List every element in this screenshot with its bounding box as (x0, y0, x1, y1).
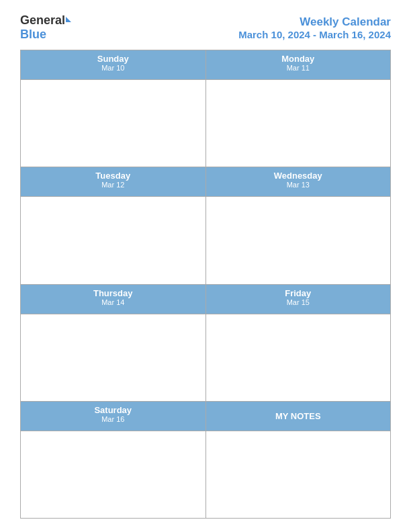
sunday-date: Mar 10 (21, 64, 205, 72)
calendar-dates: March 10, 2024 - March 16, 2024 (238, 29, 391, 40)
thursday-name: Thursday (21, 288, 205, 298)
cell-sunday-header: Sunday Mar 10 (21, 50, 206, 79)
header-title: Weekly Calendar March 10, 2024 - March 1… (238, 15, 391, 40)
row-tue-wed-header: Tuesday Mar 12 Wednesday Mar 13 (21, 167, 390, 197)
page: General Blue Weekly Calendar March 10, 2… (0, 0, 411, 532)
monday-date: Mar 11 (206, 64, 391, 72)
cell-notes-header: MY NOTES (206, 402, 391, 431)
cell-tuesday-header: Tuesday Mar 12 (21, 167, 206, 196)
cell-wednesday-body (206, 197, 391, 283)
cell-saturday-body (21, 431, 206, 518)
row-thu-fri-header: Thursday Mar 14 Friday Mar 15 (21, 285, 390, 314)
logo: General Blue (20, 13, 71, 42)
friday-date: Mar 15 (206, 298, 391, 306)
cell-wednesday-header: Wednesday Mar 13 (206, 167, 391, 196)
cell-saturday-header: Saturday Mar 16 (21, 402, 206, 431)
cell-notes-body (206, 431, 391, 518)
wednesday-name: Wednesday (206, 171, 391, 181)
saturday-date: Mar 16 (21, 415, 205, 423)
cell-monday-header: Monday Mar 11 (206, 50, 391, 79)
saturday-name: Saturday (21, 405, 205, 415)
row-sat-notes-body (21, 431, 390, 518)
sunday-name: Sunday (21, 54, 205, 64)
row-sat-notes-header: Saturday Mar 16 MY NOTES (21, 402, 390, 431)
logo-text-blue: Blue (20, 28, 46, 42)
page-header: General Blue Weekly Calendar March 10, 2… (20, 13, 391, 42)
row-thu-fri-body (21, 314, 390, 402)
tuesday-name: Tuesday (21, 171, 205, 181)
cell-thursday-header: Thursday Mar 14 (21, 285, 206, 314)
monday-name: Monday (206, 54, 391, 64)
logo-text-general: General (20, 13, 65, 28)
logo-triangle-icon (66, 17, 71, 22)
row-sun-mon-body (21, 80, 390, 167)
cell-tuesday-body (21, 197, 206, 283)
cell-thursday-body (21, 314, 206, 401)
tuesday-date: Mar 12 (21, 181, 205, 189)
cell-friday-header: Friday Mar 15 (206, 285, 391, 314)
notes-label: MY NOTES (275, 411, 321, 421)
thursday-date: Mar 14 (21, 298, 205, 306)
cell-sunday-body (21, 80, 206, 167)
friday-name: Friday (206, 288, 391, 298)
cell-monday-body (206, 80, 391, 167)
cell-friday-body (206, 314, 391, 401)
row-tue-wed-body (21, 197, 390, 284)
calendar-grid: Sunday Mar 10 Monday Mar 11 Tuesday Mar … (20, 50, 391, 519)
row-sun-mon-header: Sunday Mar 10 Monday Mar 11 (21, 50, 390, 80)
calendar-title: Weekly Calendar (238, 15, 391, 29)
wednesday-date: Mar 13 (206, 181, 391, 189)
